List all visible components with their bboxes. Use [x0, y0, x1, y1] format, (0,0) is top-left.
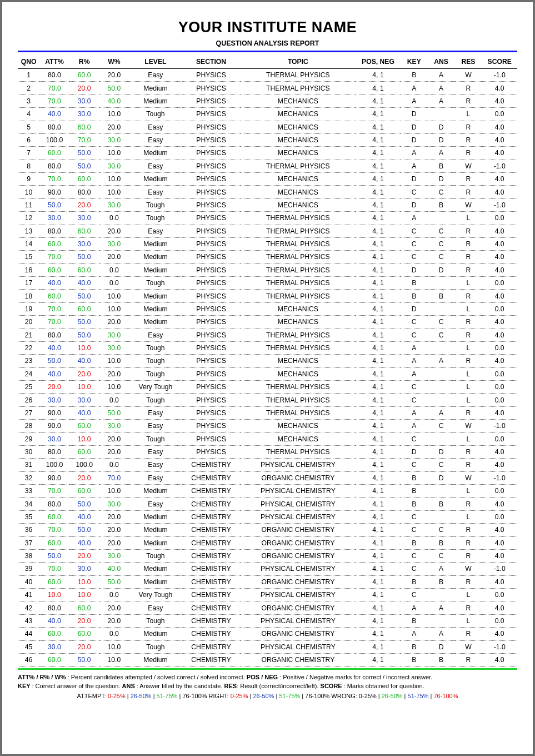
cell-ans: B: [428, 160, 455, 172]
cell-att: 60.0: [39, 575, 69, 588]
cell-topic: THERMAL PHYSICS: [241, 381, 356, 394]
cell-att: 30.0: [39, 212, 69, 225]
cell-key: A: [401, 147, 428, 160]
cell-r: 20.0: [69, 640, 99, 653]
cell-topic: MECHANICS: [241, 121, 356, 133]
cell-r: 40.0: [69, 277, 99, 290]
cell-qno: 36: [18, 524, 39, 536]
cell-sec: CHEMISTRY: [182, 614, 241, 627]
cell-res: R: [455, 225, 482, 237]
table-row: 4110.010.00.0Very ToughCHEMISTRYPHYSICAL…: [18, 589, 517, 601]
cell-sec: PHYSICS: [182, 367, 241, 380]
cell-ans: [428, 277, 455, 290]
cell-pn: 4, 1: [356, 263, 401, 276]
table-row: 1090.080.010.0EasyPHYSICSMECHANICS4, 1CC…: [18, 186, 517, 198]
table-row: 180.060.020.0EasyPHYSICSTHERMAL PHYSICS4…: [18, 69, 517, 82]
cell-score: 0.0: [482, 614, 517, 627]
cell-score: 4.0: [482, 628, 517, 640]
cell-key: C: [401, 186, 428, 198]
cell-lvl: Medium: [129, 290, 182, 302]
cell-lvl: Easy: [129, 133, 182, 146]
table-row: 4060.010.050.0MediumCHEMISTRYORGANIC CHE…: [18, 575, 517, 588]
cell-score: 4.0: [482, 147, 517, 160]
cell-lvl: Medium: [129, 536, 182, 549]
cell-ans: C: [428, 549, 455, 562]
cell-topic: THERMAL PHYSICS: [241, 406, 356, 419]
cell-topic: THERMAL PHYSICS: [241, 225, 356, 237]
cell-pn: 4, 1: [356, 536, 401, 549]
col-header: TOPIC: [241, 56, 356, 69]
table-row: 1570.050.020.0MediumPHYSICSTHERMAL PHYSI…: [18, 251, 517, 263]
cell-sec: PHYSICS: [182, 302, 241, 315]
cell-pn: 4, 1: [356, 420, 401, 432]
cell-lvl: Easy: [129, 420, 182, 432]
cell-topic: MECHANICS: [241, 198, 356, 211]
cell-score: -1.0: [482, 198, 517, 211]
cell-ans: [428, 367, 455, 380]
cell-att: 60.0: [39, 263, 69, 276]
col-header: W%: [99, 56, 129, 69]
cell-lvl: Tough: [129, 277, 182, 290]
table-row: 3970.030.040.0MediumCHEMISTRYPHYSICAL CH…: [18, 563, 517, 575]
cell-score: 0.0: [482, 212, 517, 225]
cell-qno: 30: [18, 445, 39, 458]
cell-key: B: [401, 471, 428, 484]
cell-r: 30.0: [69, 563, 99, 575]
table-row: 1150.020.030.0ToughPHYSICSMECHANICS4, 1D…: [18, 198, 517, 211]
cell-att: 80.0: [39, 329, 69, 341]
cell-att: 30.0: [39, 640, 69, 653]
cell-w: 20.0: [99, 316, 129, 329]
cell-key: B: [401, 640, 428, 653]
cell-lvl: Easy: [129, 601, 182, 614]
cell-score: 0.0: [482, 277, 517, 290]
cell-qno: 20: [18, 316, 39, 329]
cell-lvl: Tough: [129, 341, 182, 354]
col-header: KEY: [401, 56, 428, 69]
table-row: 2180.050.030.0EasyPHYSICSTHERMAL PHYSICS…: [18, 329, 517, 341]
cell-qno: 11: [18, 198, 39, 211]
cell-pn: 4, 1: [356, 329, 401, 341]
cell-ans: [428, 212, 455, 225]
cell-score: 4.0: [482, 225, 517, 237]
cell-res: R: [455, 263, 482, 276]
cell-score: 4.0: [482, 445, 517, 458]
cell-topic: THERMAL PHYSICS: [241, 277, 356, 290]
cell-pn: 4, 1: [356, 498, 401, 510]
cell-qno: 1: [18, 69, 39, 82]
table-row: 2240.010.030.0ToughPHYSICSTHERMAL PHYSIC…: [18, 341, 517, 354]
cell-r: 10.0: [69, 589, 99, 601]
table-row: 2520.010.010.0Very ToughPHYSICSTHERMAL P…: [18, 381, 517, 394]
cell-r: 10.0: [69, 575, 99, 588]
cell-att: 50.0: [39, 355, 69, 367]
cell-qno: 12: [18, 212, 39, 225]
cell-pn: 4, 1: [356, 367, 401, 380]
cell-att: 40.0: [39, 108, 69, 121]
legend-part: 51-75%: [157, 693, 178, 699]
cell-r: 40.0: [69, 510, 99, 523]
cell-score: 0.0: [482, 367, 517, 380]
cell-topic: PHYSICAL CHEMISTRY: [241, 510, 356, 523]
legend: ATT% / R% / W% : Percent candidates atte…: [18, 673, 517, 701]
cell-score: 4.0: [482, 82, 517, 94]
cell-lvl: Medium: [129, 147, 182, 160]
cell-topic: THERMAL PHYSICS: [241, 160, 356, 172]
cell-sec: CHEMISTRY: [182, 510, 241, 523]
cell-res: R: [455, 653, 482, 666]
cell-pn: 4, 1: [356, 653, 401, 666]
cell-qno: 26: [18, 394, 39, 406]
cell-topic: PHYSICAL CHEMISTRY: [241, 459, 356, 471]
table-row: 1860.050.010.0MediumPHYSICSTHERMAL PHYSI…: [18, 290, 517, 302]
cell-w: 20.0: [99, 69, 129, 82]
cell-r: 40.0: [69, 406, 99, 419]
cell-ans: D: [428, 445, 455, 458]
cell-qno: 19: [18, 302, 39, 315]
table-row: 3370.060.010.0MediumCHEMISTRYPHYSICAL CH…: [18, 485, 517, 498]
cell-res: R: [455, 94, 482, 107]
legend-part: 26-50%: [382, 693, 403, 699]
cell-r: 80.0: [69, 186, 99, 198]
cell-lvl: Easy: [129, 69, 182, 82]
cell-r: 60.0: [69, 445, 99, 458]
cell-w: 20.0: [99, 601, 129, 614]
cell-pn: 4, 1: [356, 524, 401, 536]
cell-att: 90.0: [39, 186, 69, 198]
